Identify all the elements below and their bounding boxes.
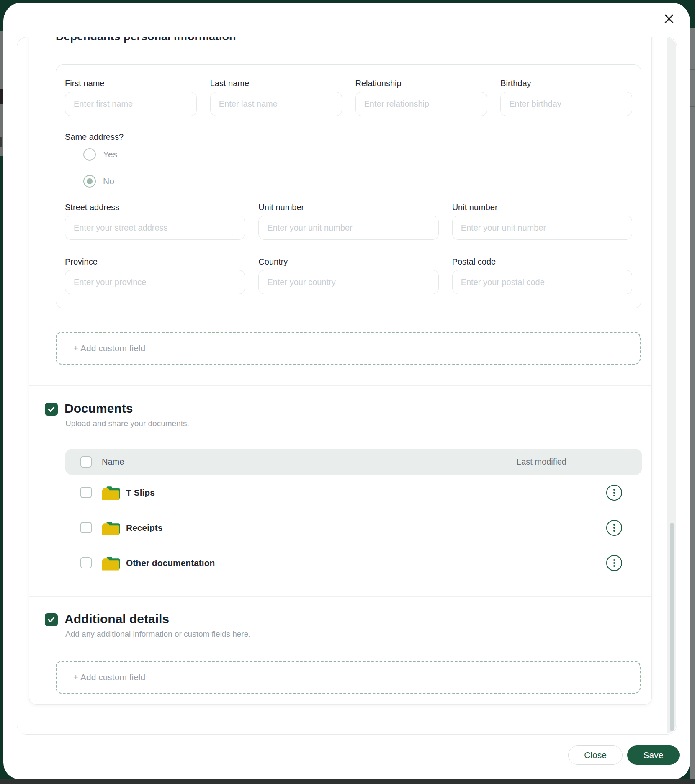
ellipsis-dot [613,492,615,494]
documents-section-title: Documents [64,401,133,416]
close-icon[interactable] [659,9,679,29]
same-address-label: Same address? [65,132,124,142]
additional-details-section-subtitle: Add any additional information or custom… [65,630,251,639]
scrollbar-thumb[interactable] [670,523,674,731]
background-page-bottom-edge [0,779,695,784]
table-row-receipts[interactable]: Receipts [65,510,642,545]
add-custom-field-label: + Add custom field [73,672,145,682]
field-last-name: Last name [210,79,342,116]
checkmark-icon [47,405,56,414]
select-all-checkbox[interactable] [80,456,92,468]
background-page-divider [690,69,695,70]
field-label: Unit number [452,203,632,213]
radio-icon-selected [83,175,96,188]
field-label: Birthday [500,79,632,89]
field-label: Country [258,257,438,267]
street-address-input[interactable] [65,216,245,240]
field-label: Province [65,257,245,267]
dependant-form-card: Dependants personal information First na… [29,37,652,705]
fields-row-1: First name Last name Relationship Birthd… [65,79,632,116]
save-button[interactable]: Save [627,745,680,765]
document-name: Other documentation [126,558,215,568]
row-overflow-menu-button[interactable] [606,520,622,536]
dependant-details-modal: Dependants personal information First na… [3,3,690,779]
table-row-other-documentation[interactable]: Other documentation [65,545,642,580]
radio-label: No [103,176,114,186]
radio-icon [83,148,96,161]
field-label: Unit number [258,203,438,213]
field-country: Country [258,257,438,294]
add-custom-field-label: + Add custom field [73,343,145,353]
same-address-radio-no[interactable]: No [83,175,114,188]
field-unit-number-2: Unit number [452,203,632,240]
ellipsis-dot [613,495,615,496]
personal-info-panel: First name Last name Relationship Birthd… [56,64,641,308]
checkmark-icon [47,615,56,624]
unit-number-input-1[interactable] [258,216,438,240]
unit-number-input-2[interactable] [452,216,632,240]
documents-section-checkbox[interactable] [45,403,58,416]
add-custom-field-button-additional[interactable]: + Add custom field [56,661,641,694]
field-label: Last name [210,79,342,89]
field-unit-number-1: Unit number [258,203,438,240]
row-checkbox[interactable] [80,557,92,568]
section-title-personal: Dependants personal information [56,37,236,43]
table-row-t-slips[interactable]: T Slips [65,475,642,510]
ellipsis-dot [613,489,615,491]
field-label: Relationship [355,79,487,89]
field-label: First name [65,79,197,89]
fields-row-2: Street address Unit number Unit number [65,203,632,240]
ellipsis-dot [613,527,615,529]
ellipsis-dot [613,559,615,561]
row-overflow-menu-button[interactable] [606,485,622,501]
document-name: T Slips [126,488,155,498]
field-first-name: First name [65,79,197,116]
ellipsis-dot [613,530,615,532]
field-province: Province [65,257,245,294]
add-custom-field-button-personal[interactable]: + Add custom field [56,332,641,365]
section-divider [29,385,651,386]
country-input[interactable] [258,270,438,294]
documents-table: Name Last modified T Slips [65,449,642,580]
field-street-address: Street address [65,203,245,240]
additional-details-section-title: Additional details [64,612,169,626]
column-header-name: Name [102,457,124,467]
first-name-input[interactable] [65,92,197,116]
radio-label: Yes [103,149,117,159]
last-name-input[interactable] [210,92,342,116]
field-label: Street address [65,203,245,213]
row-overflow-menu-button[interactable] [606,555,622,571]
column-header-last-modified: Last modified [517,457,566,467]
additional-details-section-checkbox[interactable] [45,613,58,626]
field-relationship: Relationship [355,79,487,116]
folder-icon [101,485,120,501]
document-name: Receipts [126,523,163,533]
province-input[interactable] [65,270,245,294]
fields-row-3: Province Country Postal code [65,257,632,294]
field-birthday: Birthday [500,79,632,116]
relationship-input[interactable] [355,92,487,116]
birthday-input[interactable] [500,92,632,116]
documents-section-subtitle: Upload and share your documents. [65,419,189,428]
documents-table-header: Name Last modified [65,449,642,475]
close-button[interactable]: Close [568,745,623,765]
modal-scroll-area: Dependants personal information First na… [17,37,677,735]
background-page-right-edge [690,28,695,779]
row-checkbox[interactable] [80,522,92,533]
radio-dot [87,178,93,184]
ellipsis-dot [613,562,615,564]
background-page-divider [690,106,695,107]
ellipsis-dot [613,565,615,567]
field-postal-code: Postal code [452,257,632,294]
row-checkbox[interactable] [80,487,92,498]
section-divider [29,596,651,597]
field-label: Postal code [452,257,632,267]
folder-icon [101,555,120,571]
same-address-radio-yes[interactable]: Yes [83,148,117,161]
ellipsis-dot [613,524,615,526]
close-x-glyph [664,13,674,24]
folder-icon [101,520,120,536]
background-page-left-text-mark [0,89,3,104]
postal-code-input[interactable] [452,270,632,294]
background-page-left-text-mark [0,137,2,147]
